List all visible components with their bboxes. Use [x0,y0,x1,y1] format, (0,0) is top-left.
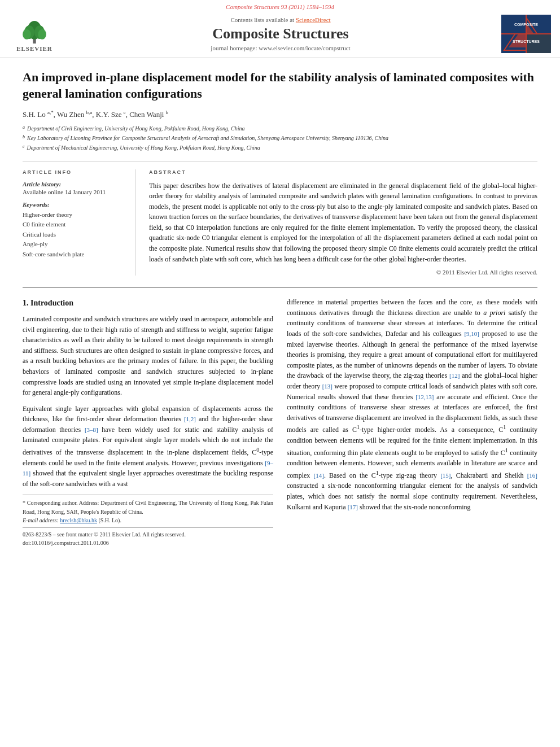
abstract-heading: ABSTRACT [149,169,537,175]
main-content: An improved in-plane displacement model … [0,58,560,559]
affiliation-a: Department of Civil Engineering, Univers… [27,124,245,133]
keyword-1: Higher-order theory [23,210,126,220]
affiliations: a Department of Civil Engineering, Unive… [23,124,537,152]
keywords-label: Keywords: [23,201,126,208]
doi-line-text: doi:10.1016/j.compstruct.2011.01.006 [23,539,273,548]
email-value: hreclsh@hku.hk [60,517,97,523]
keywords-list: Higher-order theory C0 finite element Cr… [23,210,126,260]
keyword-4: Angle-ply [23,239,126,250]
journal-title: Composite Structures [71,25,490,42]
ref-14: [14] [314,472,324,479]
affiliation-b: Key Laboratory of Liaoning Province for … [27,134,388,142]
ref-9-10: [9,10] [464,330,479,337]
svg-rect-10 [526,34,551,53]
ref-3-8: [3–8] [85,426,98,433]
intro-para1: Laminated composite and sandwich structu… [23,314,273,398]
article-info-col: ARTICLE INFO Article history: Available … [23,169,135,276]
info-abstract-section: ARTICLE INFO Article history: Available … [23,161,537,276]
article-title: An improved in-plane displacement model … [23,69,537,102]
body-left-col: 1. Introduction Laminated composite and … [23,297,273,548]
ref-13: [13] [322,383,333,390]
ref-15: [15] [440,472,450,479]
svg-point-5 [38,29,46,40]
issn-line: 0263-8223/$ – see front matter © 2011 El… [23,530,273,539]
article-history-label: Article history: [23,181,126,187]
intro-title: 1. Introduction [23,297,273,309]
svg-point-4 [23,29,31,40]
ref-12-13: [12,13] [415,394,434,400]
abstract-text: This paper describes how the derivatives… [149,181,537,265]
ref-12: [12] [449,372,460,379]
abstract-col: ABSTRACT This paper describes how the de… [149,169,537,276]
copyright-line: © 2011 Elsevier Ltd. All rights reserved… [149,269,537,276]
section-label: Introduction [30,299,73,307]
sciencedirect-line: Contents lists available at ScienceDirec… [71,16,490,23]
sciencedirect-link[interactable]: ScienceDirect [296,16,331,23]
available-online: Available online 14 January 2011 [23,189,126,195]
email-note: E-mail address: hreclsh@hku.hk (S.H. Lo)… [23,516,273,525]
body-two-col: 1. Introduction Laminated composite and … [23,297,537,548]
journal-homepage: journal homepage: www.elsevier.com/locat… [71,45,490,51]
authors-line: S.H. Lo a,*, Wu Zhen b,a, K.Y. Sze c, Ch… [23,110,537,119]
email-author: (S.H. Lo). [97,517,121,523]
keyword-2: C0 finite element [23,220,126,230]
ref-17: [17] [348,504,358,510]
ref-16: [16] [527,472,537,479]
footnote-section: * Corresponding author. Address: Departm… [23,495,273,525]
ref-9-11: [9–11] [23,460,273,477]
corresponding-author-note: * Corresponding author. Address: Departm… [23,499,273,516]
affiliation-c: Department of Mechanical Engineering, Un… [27,143,260,152]
composite-structures-logo: COMPOSITE STRUCTURES [501,15,551,53]
body-right-col: difference in material properties betwee… [287,297,537,548]
elsevier-logo: ELSEVIER [9,16,60,52]
email-label: E-mail address: [23,517,60,523]
ref-1-2: [1,2] [184,416,196,422]
keyword-5: Soft-core sandwich plate [23,250,126,260]
right-para1: difference in material properties betwee… [287,297,537,512]
journal-citation: Composite Structures 93 (2011) 1584–1594 [0,3,560,10]
journal-header-center: Contents lists available at ScienceDirec… [60,16,501,51]
svg-text:STRUCTURES: STRUCTURES [513,40,540,43]
intro-para2: Equivalent single layer approaches with … [23,404,273,490]
elsevier-label: ELSEVIER [16,45,53,52]
article-info-heading: ARTICLE INFO [23,169,126,175]
doi-section: 0263-8223/$ – see front matter © 2011 El… [23,527,273,548]
svg-text:COMPOSITE: COMPOSITE [514,23,538,27]
keyword-3: Critical loads [23,230,126,240]
body-section: 1. Introduction Laminated composite and … [23,287,537,548]
page-header: Composite Structures 93 (2011) 1584–1594… [0,0,560,58]
section-number: 1. [23,299,29,307]
